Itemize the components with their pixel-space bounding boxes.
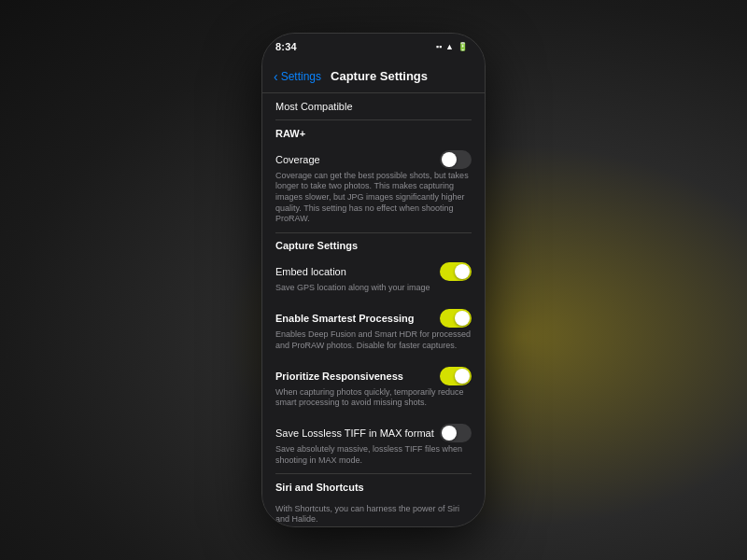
- most-compatible-label: Most Compatible: [275, 101, 353, 112]
- coverage-desc: Coverage can get the best possible shots…: [275, 171, 472, 225]
- toggle-knob-embed: [455, 264, 470, 279]
- siri-label: Siri and Shortcuts: [262, 474, 485, 497]
- siri-desc: With Shortcuts, you can harness the powe…: [275, 504, 472, 525]
- toggle-knob-smart: [455, 311, 470, 326]
- smartest-processing-title: Enable Smartest Processing: [275, 313, 415, 324]
- lossless-tiff-desc: Save absolutely massive, lossless TIFF f…: [275, 444, 472, 466]
- nav-bar: ‹ Settings Capture Settings: [262, 60, 485, 93]
- coverage-row: Coverage Coverage can get the best possi…: [262, 143, 485, 232]
- status-time: 8:34: [275, 41, 297, 52]
- lossless-tiff-row: Save Lossless TIFF in MAX format Save ab…: [262, 416, 485, 473]
- content-scroll[interactable]: Most Compatible RAW+ Coverage Coverage c…: [262, 93, 485, 526]
- battery-icon: 🔋: [458, 42, 468, 51]
- siri-row: With Shortcuts, you can harness the powe…: [262, 497, 485, 526]
- lossless-tiff-toggle[interactable]: [440, 424, 472, 442]
- smartest-processing-desc: Enables Deep Fusion and Smart HDR for pr…: [275, 329, 472, 351]
- chevron-left-icon: ‹: [274, 69, 278, 84]
- prioritize-title: Prioritize Responsiveness: [275, 371, 403, 382]
- raw-plus-label: RAW+: [262, 120, 485, 143]
- capture-settings-label: Capture Settings: [262, 232, 485, 255]
- toggle-knob-priority: [455, 369, 470, 384]
- back-label[interactable]: Settings: [281, 70, 321, 83]
- back-button[interactable]: ‹ Settings: [274, 69, 321, 84]
- embed-location-toggle[interactable]: [440, 262, 472, 281]
- toggle-knob: [442, 152, 457, 167]
- status-icons: ▪▪ ▲ 🔋: [436, 42, 468, 51]
- most-compatible-row: Most Compatible: [262, 93, 485, 119]
- status-bar: 8:34 ▪▪ ▲ 🔋: [262, 34, 485, 60]
- prioritize-row: Prioritize Responsiveness When capturing…: [262, 359, 485, 416]
- embed-location-title: Embed location: [275, 266, 346, 277]
- lossless-tiff-title: Save Lossless TIFF in MAX format: [275, 427, 434, 439]
- prioritize-toggle[interactable]: [440, 367, 472, 385]
- embed-location-desc: Save GPS location along with your image: [275, 283, 472, 294]
- prioritize-desc: When capturing photos quickly, temporari…: [275, 387, 472, 409]
- coverage-toggle[interactable]: [440, 150, 472, 169]
- coverage-title: Coverage: [275, 154, 320, 165]
- signal-icon: ▪▪: [436, 42, 442, 51]
- embed-location-row: Embed location Save GPS location along w…: [262, 255, 485, 301]
- toggle-knob-tiff: [442, 426, 457, 441]
- smartest-processing-row: Enable Smartest Processing Enables Deep …: [262, 301, 485, 358]
- page-title: Capture Settings: [331, 69, 428, 83]
- smartest-processing-toggle[interactable]: [440, 309, 472, 328]
- wifi-icon: ▲: [445, 42, 454, 51]
